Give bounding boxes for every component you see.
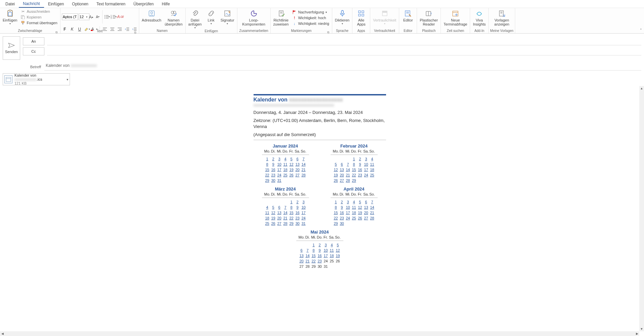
calendar-day[interactable]: 9 — [357, 162, 363, 167]
font-name-combo[interactable] — [62, 13, 78, 20]
calendar-day[interactable]: 21 — [282, 215, 289, 221]
calendar-day[interactable]: 18 — [264, 215, 270, 221]
calendar-day[interactable]: 26 — [289, 172, 295, 178]
calendar-day[interactable]: 10 — [276, 162, 282, 167]
calendar-day[interactable]: 31 — [276, 178, 282, 183]
calendar-day[interactable]: 3 — [276, 156, 282, 162]
calendar-day[interactable]: 9 — [317, 248, 323, 253]
message-body[interactable]: Kalender von xxxxxxxxxxxxxxxxxx xxxxxxxx… — [0, 86, 639, 331]
calendar-day[interactable]: 22 — [311, 258, 317, 264]
numbering-button[interactable]: 123▾ — [111, 14, 117, 20]
paste-button[interactable]: Einfügen ▾ — [1, 9, 18, 26]
check-names-button[interactable]: Namen überprüfen — [163, 9, 184, 27]
chevron-down-icon[interactable]: ▾ — [67, 78, 68, 81]
calendar-day[interactable]: 13 — [363, 205, 369, 210]
calendar-day[interactable]: 14 — [369, 205, 375, 210]
scroll-track[interactable] — [639, 91, 644, 327]
calendar-day[interactable]: 16 — [357, 167, 363, 172]
address-book-button[interactable]: Adressbuch — [141, 9, 163, 23]
calendar-day[interactable]: 19 — [357, 210, 363, 215]
calendar-day[interactable]: 7 — [345, 162, 351, 167]
calendar-day[interactable]: 3 — [301, 199, 307, 205]
calendar-day[interactable]: 19 — [270, 215, 276, 221]
calendar-day[interactable]: 16 — [295, 210, 301, 215]
calendar-day[interactable]: 20 — [295, 167, 301, 172]
calendar-day[interactable]: 22 — [289, 215, 295, 221]
viva-insights-button[interactable]: Viva Insights — [471, 9, 487, 27]
calendar-day[interactable]: 24 — [301, 215, 307, 221]
calendar-day[interactable]: 27 — [339, 178, 345, 183]
calendar-day[interactable]: 17 — [301, 210, 307, 215]
calendar-day[interactable]: 8 — [289, 205, 295, 210]
bullets-button[interactable]: ▾ — [104, 14, 110, 20]
calendar-day[interactable]: 5 — [289, 156, 295, 162]
calendar-day[interactable]: 17 — [363, 167, 369, 172]
new-meeting-poll-button[interactable]: Neue Terminabfrage — [442, 9, 468, 27]
tab-überprüfen[interactable]: Überprüfen — [129, 1, 158, 7]
assign-policy-button[interactable]: Richtlinie zuweisen — [272, 9, 290, 27]
calendar-day[interactable]: 5 — [335, 242, 341, 248]
calendar-day[interactable]: 21 — [301, 167, 307, 172]
calendar-day[interactable]: 29 — [289, 221, 295, 226]
calendar-day[interactable]: 24 — [363, 172, 369, 178]
calendar-day[interactable]: 16 — [317, 253, 323, 258]
calendar-day[interactable]: 14 — [345, 167, 351, 172]
calendar-day[interactable]: 6 — [299, 248, 305, 253]
calendar-day[interactable]: 21 — [345, 172, 351, 178]
link-button[interactable]: Link ▾ — [204, 9, 219, 26]
calendar-day[interactable]: 15 — [311, 253, 317, 258]
calendar-day[interactable]: 28 — [345, 178, 351, 183]
calendar-day[interactable]: 19 — [333, 172, 339, 178]
low-importance-button[interactable]: ↓ Wichtigkeit: niedrig — [291, 21, 330, 26]
calendar-day[interactable]: 14 — [301, 162, 307, 167]
calendar-day[interactable]: 3 — [363, 156, 369, 162]
calendar-day[interactable]: 19 — [289, 167, 295, 172]
calendar-day[interactable]: 6 — [339, 162, 345, 167]
calendar-day[interactable]: 12 — [357, 205, 363, 210]
calendar-day[interactable]: 23 — [270, 172, 276, 178]
calendar-day[interactable]: 29 — [351, 178, 357, 183]
tab-nachricht[interactable]: Nachricht — [19, 0, 44, 8]
calendar-day[interactable]: 6 — [276, 205, 282, 210]
calendar-day[interactable]: 1 — [311, 242, 317, 248]
calendar-day[interactable]: 27 — [276, 221, 282, 226]
calendar-day[interactable]: 4 — [264, 205, 270, 210]
calendar-day[interactable]: 25 — [351, 215, 357, 221]
calendar-day[interactable]: 9 — [339, 205, 345, 210]
calendar-day[interactable]: 4 — [369, 156, 375, 162]
dictate-button[interactable]: Diktieren ▾ — [334, 9, 351, 26]
copy-button[interactable]: Kopieren — [19, 14, 59, 20]
calendar-day[interactable]: 20 — [339, 172, 345, 178]
calendar-day[interactable]: 8 — [333, 205, 339, 210]
calendar-day[interactable]: 22 — [351, 172, 357, 178]
calendar-day[interactable]: 15 — [264, 167, 270, 172]
calendar-day[interactable]: 30 — [270, 178, 276, 183]
calendar-day[interactable]: 25 — [264, 221, 270, 226]
calendar-day[interactable]: 5 — [270, 205, 276, 210]
scroll-up-arrow[interactable]: ▲ — [639, 86, 644, 91]
calendar-day[interactable]: 23 — [357, 172, 363, 178]
calendar-day[interactable]: 15 — [351, 167, 357, 172]
calendar-day[interactable]: 11 — [264, 210, 270, 215]
calendar-day[interactable]: 10 — [323, 248, 329, 253]
calendar-day[interactable]: 6 — [295, 156, 301, 162]
calendar-day[interactable]: 16 — [339, 210, 345, 215]
calendar-day[interactable]: 1 — [264, 156, 270, 162]
calendar-day[interactable]: 21 — [369, 210, 375, 215]
calendar-day[interactable]: 4 — [351, 199, 357, 205]
to-button[interactable]: An — [23, 37, 44, 45]
calendar-day[interactable]: 23 — [295, 215, 301, 221]
calendar-day[interactable]: 1 — [351, 156, 357, 162]
calendar-day[interactable]: 2 — [339, 199, 345, 205]
calendar-day[interactable]: 12 — [335, 248, 341, 253]
calendar-day[interactable]: 17 — [276, 167, 282, 172]
calendar-day[interactable]: 9 — [295, 205, 301, 210]
calendar-day[interactable]: 5 — [357, 199, 363, 205]
follow-up-button[interactable]: Nachverfolgung▾ — [291, 9, 330, 15]
attach-file-button[interactable]: Datei anfügen ▾ — [187, 9, 203, 30]
calendar-day[interactable]: 27 — [295, 172, 301, 178]
calendar-day[interactable]: 13 — [295, 162, 301, 167]
calendar-day[interactable]: 9 — [270, 162, 276, 167]
calendar-day[interactable]: 18 — [351, 210, 357, 215]
tab-text-formatieren[interactable]: Text formatieren — [92, 1, 129, 7]
